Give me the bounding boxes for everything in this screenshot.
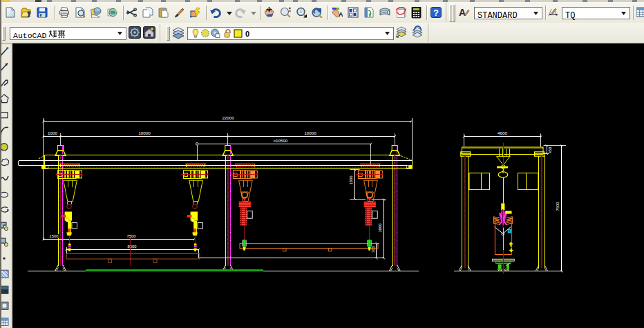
svg-text:22000: 22000 bbox=[222, 115, 234, 120]
svg-text:8000: 8000 bbox=[128, 244, 137, 249]
svg-text:3800: 3800 bbox=[378, 224, 382, 233]
svg-text:1800: 1800 bbox=[349, 176, 353, 185]
svg-text:0: 0 bbox=[245, 30, 249, 38]
svg-text:450: 450 bbox=[548, 147, 552, 154]
svg-text:A: A bbox=[459, 7, 466, 18]
svg-text:10000: 10000 bbox=[138, 131, 151, 135]
svg-text:≈10500: ≈10500 bbox=[274, 138, 288, 143]
svg-text:10000: 10000 bbox=[304, 131, 316, 135]
svg-text:7500: 7500 bbox=[127, 234, 136, 238]
svg-text:7500: 7500 bbox=[556, 202, 560, 211]
svg-text:A: A bbox=[339, 11, 343, 18]
svg-text:1500: 1500 bbox=[50, 234, 59, 238]
svg-text:300: 300 bbox=[371, 246, 375, 253]
svg-text:1000: 1000 bbox=[48, 131, 57, 135]
svg-text:?: ? bbox=[433, 8, 439, 18]
svg-text:4600: 4600 bbox=[498, 131, 507, 135]
